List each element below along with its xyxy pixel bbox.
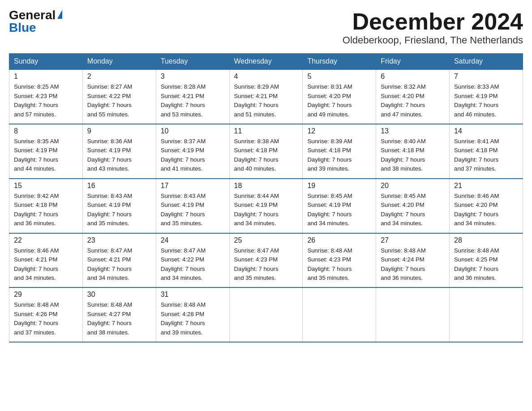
- table-row: [376, 287, 450, 342]
- day-number: 19: [307, 182, 371, 190]
- table-row: 14Sunrise: 8:41 AM Sunset: 4:18 PM Dayli…: [450, 124, 523, 179]
- logo-general-text: General: [9, 9, 56, 21]
- day-number: 6: [381, 73, 445, 81]
- day-number: 26: [307, 236, 371, 244]
- day-info: Sunrise: 8:46 AM Sunset: 4:21 PM Dayligh…: [14, 246, 78, 283]
- day-info: Sunrise: 8:48 AM Sunset: 4:28 PM Dayligh…: [161, 300, 225, 337]
- location-title: Oldeberkoop, Friesland, The Netherlands: [343, 34, 523, 46]
- col-sunday: Sunday: [9, 54, 83, 70]
- table-row: 13Sunrise: 8:40 AM Sunset: 4:18 PM Dayli…: [376, 124, 450, 179]
- table-row: 6Sunrise: 8:32 AM Sunset: 4:20 PM Daylig…: [376, 69, 450, 124]
- table-row: 19Sunrise: 8:45 AM Sunset: 4:19 PM Dayli…: [303, 179, 376, 233]
- table-row: 27Sunrise: 8:48 AM Sunset: 4:24 PM Dayli…: [376, 233, 450, 288]
- day-info: Sunrise: 8:36 AM Sunset: 4:19 PM Dayligh…: [87, 137, 151, 174]
- table-row: 30Sunrise: 8:48 AM Sunset: 4:27 PM Dayli…: [82, 287, 156, 342]
- day-info: Sunrise: 8:29 AM Sunset: 4:21 PM Dayligh…: [234, 82, 298, 119]
- day-info: Sunrise: 8:39 AM Sunset: 4:18 PM Dayligh…: [307, 137, 371, 174]
- table-row: 4Sunrise: 8:29 AM Sunset: 4:21 PM Daylig…: [229, 69, 303, 124]
- day-number: 20: [381, 182, 445, 190]
- col-monday: Monday: [82, 54, 156, 70]
- day-number: 27: [381, 236, 445, 244]
- day-number: 18: [234, 182, 298, 190]
- table-row: 12Sunrise: 8:39 AM Sunset: 4:18 PM Dayli…: [303, 124, 376, 179]
- day-number: 5: [307, 73, 371, 81]
- day-number: 1: [14, 73, 78, 81]
- day-info: Sunrise: 8:32 AM Sunset: 4:20 PM Dayligh…: [381, 82, 445, 119]
- day-number: 4: [234, 73, 298, 81]
- table-row: 5Sunrise: 8:31 AM Sunset: 4:20 PM Daylig…: [303, 69, 376, 124]
- day-info: Sunrise: 8:41 AM Sunset: 4:18 PM Dayligh…: [454, 137, 518, 174]
- day-number: 7: [454, 73, 518, 81]
- table-row: [450, 287, 523, 342]
- header: General Blue December 2024 Oldeberkoop, …: [9, 9, 523, 46]
- day-info: Sunrise: 8:47 AM Sunset: 4:22 PM Dayligh…: [161, 246, 225, 283]
- day-number: 13: [381, 127, 445, 135]
- day-info: Sunrise: 8:25 AM Sunset: 4:23 PM Dayligh…: [14, 82, 78, 119]
- day-info: Sunrise: 8:43 AM Sunset: 4:19 PM Dayligh…: [87, 192, 151, 228]
- table-row: 1Sunrise: 8:25 AM Sunset: 4:23 PM Daylig…: [9, 69, 83, 124]
- day-number: 21: [454, 182, 518, 190]
- month-title: December 2024: [343, 9, 523, 34]
- calendar-week-row: 15Sunrise: 8:42 AM Sunset: 4:18 PM Dayli…: [9, 179, 523, 233]
- table-row: 17Sunrise: 8:43 AM Sunset: 4:19 PM Dayli…: [156, 179, 229, 233]
- day-number: 30: [87, 291, 151, 299]
- col-wednesday: Wednesday: [229, 54, 303, 70]
- col-tuesday: Tuesday: [156, 54, 229, 70]
- table-row: 28Sunrise: 8:48 AM Sunset: 4:25 PM Dayli…: [450, 233, 523, 288]
- table-row: 16Sunrise: 8:43 AM Sunset: 4:19 PM Dayli…: [82, 179, 156, 233]
- logo: General Blue: [9, 9, 62, 34]
- table-row: 24Sunrise: 8:47 AM Sunset: 4:22 PM Dayli…: [156, 233, 229, 288]
- day-info: Sunrise: 8:31 AM Sunset: 4:20 PM Dayligh…: [307, 82, 371, 119]
- day-info: Sunrise: 8:48 AM Sunset: 4:25 PM Dayligh…: [454, 246, 518, 283]
- table-row: 2Sunrise: 8:27 AM Sunset: 4:22 PM Daylig…: [82, 69, 156, 124]
- table-row: 26Sunrise: 8:48 AM Sunset: 4:23 PM Dayli…: [303, 233, 376, 288]
- day-number: 22: [14, 236, 78, 244]
- day-info: Sunrise: 8:42 AM Sunset: 4:18 PM Dayligh…: [14, 192, 78, 228]
- col-saturday: Saturday: [450, 54, 523, 70]
- calendar-week-row: 8Sunrise: 8:35 AM Sunset: 4:19 PM Daylig…: [9, 124, 523, 179]
- title-area: December 2024 Oldeberkoop, Friesland, Th…: [343, 9, 523, 46]
- day-number: 3: [161, 73, 225, 81]
- table-row: 25Sunrise: 8:47 AM Sunset: 4:23 PM Dayli…: [229, 233, 303, 288]
- table-row: 3Sunrise: 8:28 AM Sunset: 4:21 PM Daylig…: [156, 69, 229, 124]
- table-row: 7Sunrise: 8:33 AM Sunset: 4:19 PM Daylig…: [450, 69, 523, 124]
- day-number: 9: [87, 127, 151, 135]
- table-row: 22Sunrise: 8:46 AM Sunset: 4:21 PM Dayli…: [9, 233, 83, 288]
- day-number: 8: [14, 127, 78, 135]
- col-friday: Friday: [376, 54, 450, 70]
- day-number: 12: [307, 127, 371, 135]
- day-info: Sunrise: 8:43 AM Sunset: 4:19 PM Dayligh…: [161, 192, 225, 228]
- calendar-week-row: 29Sunrise: 8:48 AM Sunset: 4:26 PM Dayli…: [9, 287, 523, 342]
- day-number: 16: [87, 182, 151, 190]
- day-number: 28: [454, 236, 518, 244]
- day-info: Sunrise: 8:48 AM Sunset: 4:24 PM Dayligh…: [381, 246, 445, 283]
- day-number: 11: [234, 127, 298, 135]
- table-row: 11Sunrise: 8:38 AM Sunset: 4:18 PM Dayli…: [229, 124, 303, 179]
- day-info: Sunrise: 8:48 AM Sunset: 4:26 PM Dayligh…: [14, 300, 78, 337]
- day-number: 31: [161, 291, 225, 299]
- calendar-week-row: 22Sunrise: 8:46 AM Sunset: 4:21 PM Dayli…: [9, 233, 523, 288]
- table-row: 23Sunrise: 8:47 AM Sunset: 4:21 PM Dayli…: [82, 233, 156, 288]
- day-number: 23: [87, 236, 151, 244]
- day-info: Sunrise: 8:46 AM Sunset: 4:20 PM Dayligh…: [454, 192, 518, 228]
- day-number: 14: [454, 127, 518, 135]
- col-thursday: Thursday: [303, 54, 376, 70]
- table-row: 8Sunrise: 8:35 AM Sunset: 4:19 PM Daylig…: [9, 124, 83, 179]
- day-number: 10: [161, 127, 225, 135]
- table-row: 29Sunrise: 8:48 AM Sunset: 4:26 PM Dayli…: [9, 287, 83, 342]
- day-number: 15: [14, 182, 78, 190]
- day-info: Sunrise: 8:28 AM Sunset: 4:21 PM Dayligh…: [161, 82, 225, 119]
- calendar-week-row: 1Sunrise: 8:25 AM Sunset: 4:23 PM Daylig…: [9, 69, 523, 124]
- day-info: Sunrise: 8:45 AM Sunset: 4:19 PM Dayligh…: [307, 192, 371, 228]
- table-row: [229, 287, 303, 342]
- day-number: 29: [14, 291, 78, 299]
- day-info: Sunrise: 8:27 AM Sunset: 4:22 PM Dayligh…: [87, 82, 151, 119]
- day-info: Sunrise: 8:33 AM Sunset: 4:19 PM Dayligh…: [454, 82, 518, 119]
- calendar-header-row: Sunday Monday Tuesday Wednesday Thursday…: [9, 54, 523, 70]
- day-number: 24: [161, 236, 225, 244]
- day-info: Sunrise: 8:47 AM Sunset: 4:23 PM Dayligh…: [234, 246, 298, 283]
- table-row: 18Sunrise: 8:44 AM Sunset: 4:19 PM Dayli…: [229, 179, 303, 233]
- calendar-table: Sunday Monday Tuesday Wednesday Thursday…: [9, 53, 523, 342]
- logo-triangle-icon: [57, 10, 62, 19]
- table-row: 9Sunrise: 8:36 AM Sunset: 4:19 PM Daylig…: [82, 124, 156, 179]
